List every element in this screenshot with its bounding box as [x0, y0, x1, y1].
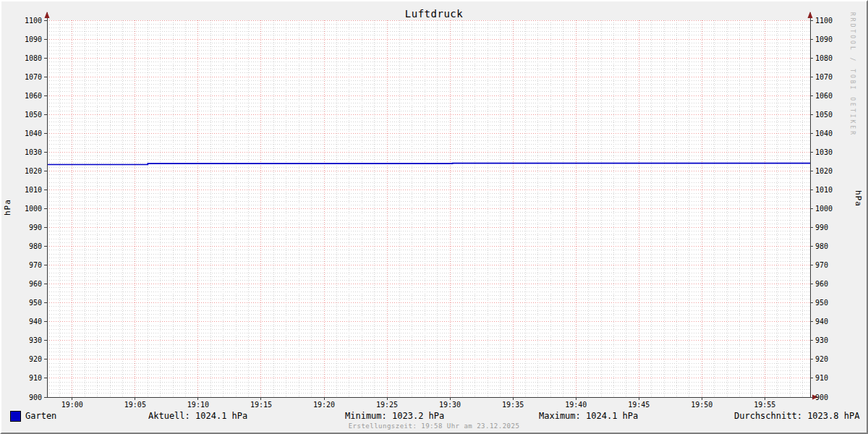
svg-text:19:55: 19:55 — [754, 401, 775, 409]
svg-text:980: 980 — [29, 242, 42, 250]
svg-text:980: 980 — [815, 242, 828, 250]
svg-text:1100: 1100 — [815, 17, 833, 25]
plot-canvas — [47, 20, 810, 397]
svg-text:930: 930 — [815, 336, 828, 344]
svg-text:1060: 1060 — [815, 92, 833, 100]
y-axis-unit-label-left: hPa — [3, 199, 12, 216]
svg-text:19:30: 19:30 — [439, 401, 461, 409]
svg-text:900: 900 — [815, 393, 828, 401]
svg-text:950: 950 — [815, 299, 828, 307]
svg-text:900: 900 — [29, 393, 42, 401]
svg-text:920: 920 — [29, 355, 42, 363]
svg-text:19:05: 19:05 — [124, 401, 146, 409]
svg-text:1040: 1040 — [25, 129, 42, 137]
stat-aktuell: Aktuell: 1024.1 hPa — [148, 410, 247, 422]
svg-text:1030: 1030 — [815, 148, 833, 156]
svg-text:920: 920 — [815, 355, 828, 363]
svg-text:960: 960 — [29, 280, 42, 288]
svg-text:19:10: 19:10 — [187, 401, 209, 409]
svg-text:19:45: 19:45 — [628, 401, 650, 409]
svg-text:19:25: 19:25 — [376, 401, 398, 409]
svg-text:19:50: 19:50 — [691, 401, 712, 409]
svg-text:960: 960 — [815, 280, 828, 288]
generation-timestamp: Erstellungszeit: 19:58 Uhr am 23.12.2025 — [0, 422, 868, 430]
svg-text:1080: 1080 — [25, 54, 42, 62]
svg-text:1090: 1090 — [815, 35, 833, 43]
svg-text:19:15: 19:15 — [250, 401, 272, 409]
svg-text:1050: 1050 — [815, 111, 833, 119]
svg-text:1080: 1080 — [815, 54, 833, 62]
svg-text:1010: 1010 — [25, 186, 42, 194]
svg-text:1040: 1040 — [815, 129, 833, 137]
rrdtool-watermark: RRDTOOL / TOBI OETIKER — [849, 12, 856, 137]
legend-series-label: Garten — [25, 410, 56, 422]
svg-text:930: 930 — [29, 336, 42, 344]
svg-text:1070: 1070 — [25, 73, 42, 81]
svg-text:970: 970 — [815, 261, 828, 269]
svg-text:19:20: 19:20 — [313, 401, 335, 409]
svg-text:1090: 1090 — [25, 35, 42, 43]
svg-text:940: 940 — [29, 318, 42, 326]
legend-row: Garten Aktuell: 1024.1 hPa Minimum: 1023… — [0, 410, 868, 422]
svg-text:1020: 1020 — [815, 167, 833, 175]
chart-plot-area: 9009009109109209209309309409409509509609… — [0, 0, 868, 434]
y-axis-unit-label-right: hPa — [854, 190, 863, 207]
svg-text:1100: 1100 — [25, 17, 42, 25]
stat-maximum: Maximum: 1024.1 hPa — [539, 410, 638, 422]
svg-text:970: 970 — [29, 261, 42, 269]
svg-text:1070: 1070 — [815, 73, 833, 81]
svg-text:910: 910 — [29, 374, 42, 382]
svg-text:950: 950 — [29, 299, 42, 307]
legend-swatch-garten — [10, 411, 21, 422]
svg-text:1060: 1060 — [25, 92, 42, 100]
svg-text:910: 910 — [815, 374, 828, 382]
rrdtool-pressure-graph: Luftdruck 900900910910920920930930940940… — [0, 0, 868, 434]
stat-durchschnitt: Durchschnitt: 1023.8 hPA — [734, 410, 859, 422]
svg-text:1050: 1050 — [25, 111, 42, 119]
svg-text:19:40: 19:40 — [565, 401, 587, 409]
svg-text:1000: 1000 — [815, 205, 833, 213]
svg-text:1020: 1020 — [25, 167, 42, 175]
svg-text:990: 990 — [815, 224, 828, 231]
svg-text:19:00: 19:00 — [61, 401, 83, 409]
svg-text:1030: 1030 — [25, 148, 42, 156]
svg-text:990: 990 — [29, 224, 42, 231]
svg-text:1000: 1000 — [25, 205, 42, 213]
svg-text:940: 940 — [815, 318, 828, 326]
svg-text:1010: 1010 — [815, 186, 833, 194]
svg-text:19:35: 19:35 — [502, 401, 524, 409]
stat-minimum: Minimum: 1023.2 hPa — [345, 410, 444, 422]
